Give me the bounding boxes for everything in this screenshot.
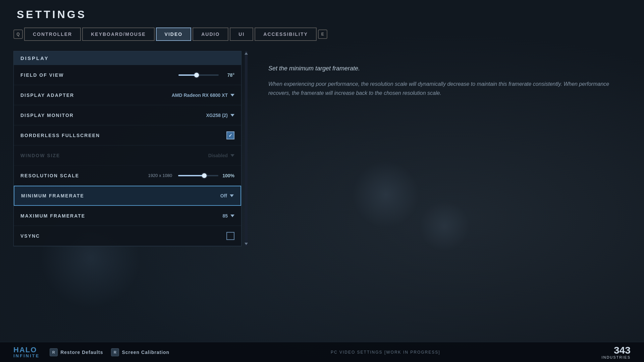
tab-keyboard-mouse[interactable]: KEYBOARD/MOUSE <box>82 27 154 41</box>
tab-navigation: Q CONTROLLER KEYBOARD/MOUSE VIDEO AUDIO … <box>13 27 631 41</box>
resolution-scale-fill <box>178 175 204 176</box>
screen-calibration-key: R <box>111 348 119 356</box>
setting-row-minimum-framerate[interactable]: MINIMUM FRAMERATE Off <box>14 186 241 206</box>
tab-accessibility[interactable]: ACCESSIBILITY <box>255 27 317 41</box>
infinite-logo-text: INFINITE <box>13 354 40 358</box>
resolution-scale-label: RESOLUTION SCALE <box>20 173 79 178</box>
screen-calibration-action[interactable]: R Screen Calibration <box>111 348 169 356</box>
display-adapter-arrow <box>230 94 234 97</box>
resolution-scale-track[interactable] <box>178 175 218 176</box>
resolution-scale-value: 100% <box>222 173 234 178</box>
setting-row-borderless-fullscreen[interactable]: BORDERLESS FULLSCREEN <box>14 125 241 145</box>
minimum-framerate-value[interactable]: Off <box>220 193 234 198</box>
setting-row-resolution-scale[interactable]: RESOLUTION SCALE 644 x 362 100% <box>14 166 241 186</box>
screen-calibration-label: Screen Calibration <box>122 350 169 355</box>
fov-value: 78° <box>223 72 234 78</box>
restore-defaults-key: R <box>50 348 58 356</box>
restore-defaults-action[interactable]: R Restore Defaults <box>50 348 103 356</box>
window-size-value: Disabled <box>208 153 234 158</box>
maximum-framerate-value[interactable]: 85 <box>222 213 234 219</box>
description-body: When experiencing poor performance, the … <box>268 79 617 98</box>
studio-logo: 343 INDUSTRIES <box>601 345 631 359</box>
restore-defaults-label: Restore Defaults <box>60 350 103 355</box>
tab-video[interactable]: VIDEO <box>156 27 192 41</box>
vsync-checkbox[interactable] <box>226 232 234 240</box>
right-key-hint: E <box>318 29 327 39</box>
studio-number: 343 <box>614 345 631 355</box>
fov-slider-track[interactable] <box>178 74 219 76</box>
bottom-actions: R Restore Defaults R Screen Calibration <box>50 348 169 356</box>
settings-list: DISPLAY FIELD OF VIEW 78° DISPLAY ADAPTE… <box>13 51 241 246</box>
display-monitor-label: DISPLAY MONITOR <box>20 113 74 118</box>
window-size-label: WINDOW SIZE <box>20 153 60 158</box>
halo-logo: HALO INFINITE <box>13 346 40 358</box>
left-key-hint: Q <box>13 29 23 39</box>
setting-row-window-size: WINDOW SIZE Disabled <box>14 145 241 166</box>
display-adapter-text: AMD Radeon RX 6800 XT <box>172 93 228 98</box>
bottom-left: HALO INFINITE R Restore Defaults R Scree… <box>13 346 169 358</box>
vsync-label: VSYNC <box>20 233 40 239</box>
display-adapter-label: DISPLAY ADAPTER <box>20 93 74 98</box>
resolution-scale-thumb[interactable] <box>202 173 207 178</box>
bottom-bar: HALO INFINITE R Restore Defaults R Scree… <box>0 342 644 362</box>
borderless-fullscreen-label: BORDERLESS FULLSCREEN <box>20 133 100 138</box>
fov-slider-container[interactable]: 78° <box>178 72 234 78</box>
maximum-framerate-text: 85 <box>222 213 228 219</box>
minimum-framerate-text: Off <box>220 193 227 198</box>
description-title: Set the minimum target framerate. <box>268 64 617 73</box>
scroll-down-arrow[interactable] <box>245 243 248 245</box>
fov-label: FIELD OF VIEW <box>20 72 64 78</box>
setting-row-maximum-framerate[interactable]: MAXIMUM FRAMERATE 85 <box>14 206 241 226</box>
display-adapter-value[interactable]: AMD Radeon RX 6800 XT <box>172 93 234 98</box>
setting-row-display-adapter[interactable]: DISPLAY ADAPTER AMD Radeon RX 6800 XT <box>14 85 241 105</box>
bottom-center-text: PC VIDEO SETTINGS [WORK IN PROGRESS] <box>331 350 440 355</box>
content-area: DISPLAY FIELD OF VIEW 78° DISPLAY ADAPTE… <box>13 51 631 246</box>
display-monitor-arrow <box>230 114 234 117</box>
fov-slider-fill <box>178 74 197 76</box>
tab-audio[interactable]: AUDIO <box>193 27 228 41</box>
studio-label: INDUSTRIES <box>601 355 631 359</box>
display-monitor-text: XG258 (2) <box>206 113 228 118</box>
setting-row-vsync[interactable]: VSYNC <box>14 226 241 246</box>
fov-slider-thumb[interactable] <box>194 73 199 77</box>
display-section-header: DISPLAY <box>14 51 241 65</box>
borderless-fullscreen-checkbox[interactable] <box>226 131 234 139</box>
settings-panel: DISPLAY FIELD OF VIEW 78° DISPLAY ADAPTE… <box>13 51 241 246</box>
page-title: SETTINGS <box>13 8 631 21</box>
tab-controller[interactable]: CONTROLLER <box>24 27 81 41</box>
scroll-up-arrow[interactable] <box>245 52 248 55</box>
display-monitor-value[interactable]: XG258 (2) <box>206 113 234 118</box>
scroll-indicator[interactable] <box>245 51 248 246</box>
maximum-framerate-arrow <box>230 215 234 217</box>
minimum-framerate-arrow <box>230 194 234 197</box>
setting-row-fov[interactable]: FIELD OF VIEW 78° <box>14 65 241 85</box>
minimum-framerate-label: MINIMUM FRAMERATE <box>21 193 84 198</box>
setting-row-display-monitor[interactable]: DISPLAY MONITOR XG258 (2) <box>14 105 241 125</box>
maximum-framerate-label: MAXIMUM FRAMERATE <box>20 213 85 219</box>
tab-ui[interactable]: UI <box>230 27 253 41</box>
halo-logo-text: HALO <box>13 346 40 354</box>
resolution-scale-prefix: 644 x 362 <box>148 173 172 178</box>
window-size-arrow <box>230 154 234 157</box>
window-size-text: Disabled <box>208 153 228 158</box>
description-panel: Set the minimum target framerate. When e… <box>255 51 631 105</box>
resolution-scale-slider-container[interactable]: 644 x 362 100% <box>148 173 234 178</box>
